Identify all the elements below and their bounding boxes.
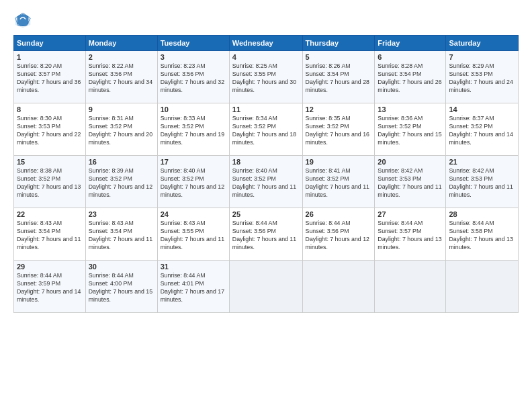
calendar-cell: 11 Sunrise: 8:34 AM Sunset: 3:52 PM Dayl…: [229, 103, 302, 156]
cell-content: Sunrise: 8:37 AM Sunset: 3:52 PM Dayligh…: [449, 115, 515, 147]
page: SundayMondayTuesdayWednesdayThursdayFrid…: [0, 0, 532, 411]
calendar-cell: 8 Sunrise: 8:30 AM Sunset: 3:53 PM Dayli…: [14, 103, 86, 156]
day-number: 26: [306, 210, 372, 218]
day-number: 14: [449, 105, 515, 113]
calendar-cell: 29 Sunrise: 8:44 AM Sunset: 3:59 PM Dayl…: [14, 261, 86, 313]
day-number: 24: [161, 210, 226, 218]
cell-content: Sunrise: 8:44 AM Sunset: 3:56 PM Dayligh…: [232, 220, 300, 252]
calendar-cell: 6 Sunrise: 8:28 AM Sunset: 3:54 PM Dayli…: [375, 51, 446, 103]
cell-content: Sunrise: 8:39 AM Sunset: 3:52 PM Dayligh…: [89, 167, 154, 199]
cell-content: Sunrise: 8:28 AM Sunset: 3:54 PM Dayligh…: [378, 62, 443, 95]
cell-content: Sunrise: 8:43 AM Sunset: 3:54 PM Dayligh…: [17, 220, 83, 252]
calendar-cell: 16 Sunrise: 8:39 AM Sunset: 3:52 PM Dayl…: [85, 156, 157, 208]
cell-content: Sunrise: 8:40 AM Sunset: 3:52 PM Dayligh…: [232, 167, 300, 199]
calendar-header: SundayMondayTuesdayWednesdayThursdayFrid…: [14, 36, 519, 51]
calendar-cell: 19 Sunrise: 8:41 AM Sunset: 3:52 PM Dayl…: [302, 156, 375, 208]
calendar-cell: [446, 261, 519, 313]
day-number: 1: [17, 53, 83, 61]
header-thursday: Thursday: [302, 36, 375, 51]
cell-content: Sunrise: 8:44 AM Sunset: 3:58 PM Dayligh…: [449, 220, 515, 252]
calendar-cell: 4 Sunrise: 8:25 AM Sunset: 3:55 PM Dayli…: [229, 51, 302, 103]
day-number: 6: [378, 53, 443, 61]
cell-content: Sunrise: 8:35 AM Sunset: 3:52 PM Dayligh…: [306, 115, 372, 147]
day-number: 30: [89, 263, 154, 271]
day-number: 5: [306, 53, 372, 61]
calendar-cell: 31 Sunrise: 8:44 AM Sunset: 4:01 PM Dayl…: [157, 261, 229, 313]
calendar-cell: 17 Sunrise: 8:40 AM Sunset: 3:52 PM Dayl…: [157, 156, 229, 208]
day-number: 10: [161, 105, 226, 113]
cell-content: Sunrise: 8:38 AM Sunset: 3:52 PM Dayligh…: [17, 167, 83, 199]
day-number: 12: [306, 105, 372, 113]
header-row: SundayMondayTuesdayWednesdayThursdayFrid…: [14, 36, 519, 51]
day-number: 13: [378, 105, 443, 113]
header-friday: Friday: [375, 36, 446, 51]
calendar-cell: 7 Sunrise: 8:29 AM Sunset: 3:53 PM Dayli…: [446, 51, 519, 103]
week-row-2: 8 Sunrise: 8:30 AM Sunset: 3:53 PM Dayli…: [14, 103, 519, 156]
cell-content: Sunrise: 8:44 AM Sunset: 3:56 PM Dayligh…: [306, 220, 372, 252]
calendar-cell: 10 Sunrise: 8:33 AM Sunset: 3:52 PM Dayl…: [157, 103, 229, 156]
cell-content: Sunrise: 8:22 AM Sunset: 3:56 PM Dayligh…: [89, 62, 154, 95]
cell-content: Sunrise: 8:42 AM Sunset: 3:53 PM Dayligh…: [378, 167, 443, 199]
calendar-cell: 13 Sunrise: 8:36 AM Sunset: 3:52 PM Dayl…: [375, 103, 446, 156]
day-number: 28: [449, 210, 515, 218]
cell-content: Sunrise: 8:23 AM Sunset: 3:56 PM Dayligh…: [161, 62, 226, 95]
calendar-table: SundayMondayTuesdayWednesdayThursdayFrid…: [13, 35, 519, 313]
cell-content: Sunrise: 8:44 AM Sunset: 3:57 PM Dayligh…: [378, 220, 443, 252]
logo: [13, 11, 35, 30]
calendar-cell: 2 Sunrise: 8:22 AM Sunset: 3:56 PM Dayli…: [85, 51, 157, 103]
cell-content: Sunrise: 8:25 AM Sunset: 3:55 PM Dayligh…: [232, 62, 300, 95]
calendar-body: 1 Sunrise: 8:20 AM Sunset: 3:57 PM Dayli…: [14, 51, 519, 313]
cell-content: Sunrise: 8:44 AM Sunset: 4:01 PM Dayligh…: [161, 272, 226, 304]
cell-content: Sunrise: 8:44 AM Sunset: 3:59 PM Dayligh…: [17, 272, 83, 304]
header: [13, 11, 519, 30]
cell-content: Sunrise: 8:33 AM Sunset: 3:52 PM Dayligh…: [161, 115, 226, 147]
calendar-cell: 14 Sunrise: 8:37 AM Sunset: 3:52 PM Dayl…: [446, 103, 519, 156]
calendar-cell: 15 Sunrise: 8:38 AM Sunset: 3:52 PM Dayl…: [14, 156, 86, 208]
header-sunday: Sunday: [14, 36, 86, 51]
day-number: 22: [17, 210, 83, 218]
cell-content: Sunrise: 8:20 AM Sunset: 3:57 PM Dayligh…: [17, 62, 83, 95]
calendar-cell: [302, 261, 375, 313]
cell-content: Sunrise: 8:44 AM Sunset: 4:00 PM Dayligh…: [89, 272, 154, 304]
cell-content: Sunrise: 8:43 AM Sunset: 3:54 PM Dayligh…: [89, 220, 154, 252]
cell-content: Sunrise: 8:26 AM Sunset: 3:54 PM Dayligh…: [306, 62, 372, 95]
calendar-cell: 28 Sunrise: 8:44 AM Sunset: 3:58 PM Dayl…: [446, 208, 519, 261]
calendar-cell: [229, 261, 302, 313]
calendar-cell: 21 Sunrise: 8:42 AM Sunset: 3:53 PM Dayl…: [446, 156, 519, 208]
calendar-cell: 24 Sunrise: 8:43 AM Sunset: 3:55 PM Dayl…: [157, 208, 229, 261]
day-number: 20: [378, 158, 443, 166]
day-number: 29: [17, 263, 83, 271]
cell-content: Sunrise: 8:31 AM Sunset: 3:52 PM Dayligh…: [89, 115, 154, 147]
calendar-cell: 3 Sunrise: 8:23 AM Sunset: 3:56 PM Dayli…: [157, 51, 229, 103]
day-number: 21: [449, 158, 515, 166]
calendar-cell: 23 Sunrise: 8:43 AM Sunset: 3:54 PM Dayl…: [85, 208, 157, 261]
day-number: 15: [17, 158, 83, 166]
day-number: 23: [89, 210, 154, 218]
cell-content: Sunrise: 8:41 AM Sunset: 3:52 PM Dayligh…: [306, 167, 372, 199]
logo-icon: [13, 11, 32, 30]
day-number: 8: [17, 105, 83, 113]
header-saturday: Saturday: [446, 36, 519, 51]
day-number: 19: [306, 158, 372, 166]
header-wednesday: Wednesday: [229, 36, 302, 51]
day-number: 4: [232, 53, 300, 61]
cell-content: Sunrise: 8:42 AM Sunset: 3:53 PM Dayligh…: [449, 167, 515, 199]
calendar-cell: 27 Sunrise: 8:44 AM Sunset: 3:57 PM Dayl…: [375, 208, 446, 261]
calendar-cell: 12 Sunrise: 8:35 AM Sunset: 3:52 PM Dayl…: [302, 103, 375, 156]
cell-content: Sunrise: 8:29 AM Sunset: 3:53 PM Dayligh…: [449, 62, 515, 95]
header-monday: Monday: [85, 36, 157, 51]
day-number: 9: [89, 105, 154, 113]
calendar-cell: 20 Sunrise: 8:42 AM Sunset: 3:53 PM Dayl…: [375, 156, 446, 208]
header-tuesday: Tuesday: [157, 36, 229, 51]
calendar-cell: [375, 261, 446, 313]
day-number: 27: [378, 210, 443, 218]
calendar-cell: 25 Sunrise: 8:44 AM Sunset: 3:56 PM Dayl…: [229, 208, 302, 261]
cell-content: Sunrise: 8:36 AM Sunset: 3:52 PM Dayligh…: [378, 115, 443, 147]
day-number: 11: [232, 105, 300, 113]
calendar-cell: 9 Sunrise: 8:31 AM Sunset: 3:52 PM Dayli…: [85, 103, 157, 156]
day-number: 16: [89, 158, 154, 166]
day-number: 7: [449, 53, 515, 61]
day-number: 18: [232, 158, 300, 166]
day-number: 31: [161, 263, 226, 271]
cell-content: Sunrise: 8:43 AM Sunset: 3:55 PM Dayligh…: [161, 220, 226, 252]
